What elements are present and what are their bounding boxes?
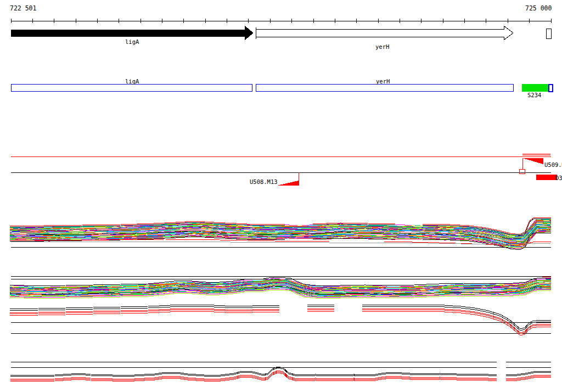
gene-yerH-arrow[interactable] xyxy=(256,26,513,40)
trace-line xyxy=(10,372,551,380)
marker-label-U508: U508.M13 xyxy=(250,178,278,185)
clone-label-yerH: yerH xyxy=(376,78,390,85)
gene-partial-box[interactable] xyxy=(546,29,551,38)
marker-flag[interactable] xyxy=(277,181,299,186)
gene-label-yerH: yerH xyxy=(375,43,389,50)
marker-flag[interactable] xyxy=(522,158,543,164)
marker-label-U509: U509.M13 xyxy=(544,161,562,168)
trace-line xyxy=(10,305,551,329)
clone-box-ligA[interactable] xyxy=(12,85,252,92)
marker-anchor-box[interactable] xyxy=(520,170,525,174)
gene-label-ligA: ligA xyxy=(125,38,139,45)
clone-box-S234[interactable] xyxy=(522,85,548,92)
trace-line xyxy=(10,242,551,244)
trace-line xyxy=(10,311,551,335)
ruler-start-position: 722 501 xyxy=(10,5,36,12)
marker-block[interactable] xyxy=(536,175,557,180)
marker-label-D3: D3 xyxy=(555,175,562,181)
clone-box-partial[interactable] xyxy=(549,85,553,92)
trace-line xyxy=(10,310,551,334)
clone-label-ligA: ligA xyxy=(125,78,139,85)
clone-box-yerH[interactable] xyxy=(256,85,514,92)
browser-canvas xyxy=(0,0,562,392)
clone-label-S234: S234 xyxy=(527,92,541,98)
ruler-end-position: 725 000 xyxy=(525,5,552,12)
